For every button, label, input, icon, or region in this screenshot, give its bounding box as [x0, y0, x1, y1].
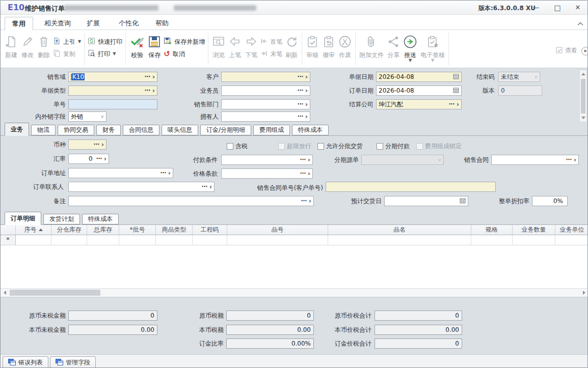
exchange-rate-field[interactable]: 0 ⋯ › [68, 154, 109, 164]
grid-cell[interactable] [555, 235, 588, 245]
tab-order-detail[interactable]: 订单明细 [5, 212, 41, 225]
save-and-new-button[interactable]: 保存并新增 [163, 36, 206, 48]
audit-button[interactable]: 审核 [304, 31, 320, 60]
scroll-right-icon[interactable] [583, 291, 585, 295]
grid-cell[interactable] [328, 235, 471, 245]
tab-fee-composition[interactable]: 费用组成 [253, 125, 290, 135]
currency-field[interactable]: ⋯ › [68, 139, 106, 150]
expected-delivery-field[interactable] [384, 196, 468, 206]
col-header-warehouse-stock[interactable]: 分仓库存 [51, 225, 87, 235]
next-record-button[interactable]: 下笔 [243, 31, 259, 60]
tab-deposit-installment[interactable]: 订金/分期明细 [200, 125, 251, 135]
scroll-up-icon[interactable] [581, 73, 585, 75]
open-record-icon[interactable]: › [305, 87, 308, 94]
tax-included-checkbox[interactable]: 含税 [227, 143, 248, 150]
cancel-button[interactable]: ↺ 取消 [163, 48, 206, 60]
open-record-icon[interactable]: › [574, 156, 576, 163]
browse-button[interactable]: 浏览 [210, 31, 227, 60]
menu-tab-personalize[interactable]: 个性化 [112, 17, 146, 30]
contract-no-field[interactable] [326, 182, 496, 192]
quick-print-button[interactable]: 快速打印 [87, 36, 123, 48]
first-record-button[interactable]: 首笔 [259, 36, 283, 48]
grid-new-row[interactable]: * [1, 235, 588, 245]
tab-special-cost[interactable]: 特殊成本 [292, 125, 329, 135]
copy-button[interactable]: 复制 [52, 48, 82, 60]
combo-arrow-icon[interactable]: ∨ [100, 114, 104, 119]
col-header-biz-qty[interactable]: 业务数量 [513, 225, 555, 235]
col-header-spec[interactable]: 规格 [471, 225, 513, 235]
pull-up-button[interactable]: 上引 ▼ [52, 36, 82, 48]
unaudit-button[interactable]: 撤审 [320, 31, 337, 60]
error-list-tab[interactable]: 错误列表 [3, 356, 48, 368]
col-header-biz-unit[interactable]: 业务单位 [555, 225, 588, 235]
management-fields-tab[interactable]: 管理字段 [50, 356, 96, 368]
header-vertical-scrollbar[interactable] [579, 70, 587, 122]
ellipsis-icon[interactable]: ⋯ [298, 102, 303, 107]
ellipsis-icon[interactable]: ⋯ [145, 88, 150, 93]
open-record-icon[interactable]: › [209, 183, 212, 190]
modify-button[interactable]: 修改 [19, 31, 36, 60]
col-header-product-type[interactable]: 商品类型 [156, 225, 193, 235]
in-out-field-combo[interactable]: 外销 ∨ [68, 111, 106, 122]
doc-no-field[interactable] [68, 99, 157, 109]
grid-cell[interactable] [471, 235, 513, 245]
ellipsis-icon[interactable]: ⋯ [298, 74, 303, 79]
refresh-button[interactable]: 刷新 [283, 31, 300, 60]
void-button[interactable]: 作废 [337, 31, 353, 60]
tab-contract-info[interactable]: 合同信息 [123, 125, 159, 135]
open-record-icon[interactable]: › [152, 87, 155, 94]
open-record-icon[interactable]: › [104, 155, 106, 162]
menu-tab-extend[interactable]: 扩展 [79, 17, 107, 30]
customer-field[interactable]: ⋯ › [221, 72, 310, 82]
ellipsis-icon[interactable]: ⋯ [298, 88, 303, 93]
grid-cell[interactable] [227, 235, 328, 245]
grid-cell[interactable] [193, 235, 227, 245]
sales-contract-field[interactable]: ⋯ › [491, 155, 579, 165]
row-selector-header[interactable] [1, 225, 16, 235]
menu-tab-common[interactable]: 常用 [5, 17, 33, 31]
allow-partial-delivery-checkbox[interactable]: 允许分批交货 [317, 143, 363, 150]
tab-finance[interactable]: 财务 [96, 125, 121, 135]
tab-collab-trade[interactable]: 协同交易 [58, 125, 94, 135]
ellipsis-icon[interactable]: ⋯ [96, 156, 102, 161]
ellipsis-icon[interactable]: ⋯ [566, 157, 572, 162]
menu-tab-help[interactable]: 帮助 [148, 17, 176, 30]
menu-tab-related-query[interactable]: 相关查询 [37, 17, 78, 30]
open-record-icon[interactable]: › [305, 113, 308, 120]
calendar-icon[interactable] [460, 197, 466, 205]
horizontal-scroll-thumb[interactable] [10, 290, 100, 296]
grid-cell[interactable] [16, 235, 51, 245]
ellipsis-icon[interactable]: ⋯ [449, 102, 455, 107]
esign-button[interactable]: e 电子签核 ▼ [419, 31, 446, 64]
new-button[interactable]: 新建 [3, 31, 19, 60]
grid-cell[interactable] [87, 235, 119, 245]
order-discount-field[interactable]: 0% [532, 196, 568, 206]
validate-button[interactable]: 校验 [128, 31, 146, 60]
ellipsis-icon[interactable]: ⋯ [301, 199, 307, 204]
owner-field[interactable]: ⋯ › [221, 111, 310, 122]
open-record-icon[interactable]: › [152, 73, 155, 80]
tab-special-cost-grid[interactable]: 特殊成本 [82, 214, 119, 224]
salesman-field[interactable]: ⋯ › [221, 86, 310, 96]
col-header-project-code[interactable]: 工程码 [193, 225, 227, 235]
last-record-button[interactable]: 末笔 [259, 48, 283, 60]
open-record-icon[interactable]: › [308, 170, 310, 177]
version-field[interactable]: 0 [498, 86, 542, 96]
prev-record-button[interactable]: 上笔 [227, 31, 243, 60]
order-contact-field[interactable]: ⋯ › [68, 182, 215, 192]
open-record-icon[interactable]: › [457, 101, 459, 108]
ellipsis-icon[interactable]: ⋯ [94, 142, 99, 147]
tab-logistics[interactable]: 物流 [31, 125, 56, 135]
col-header-total-stock[interactable]: 总库存 [87, 225, 119, 235]
ellipsis-icon[interactable]: ⋯ [300, 171, 306, 176]
col-header-item-name[interactable]: 品名 [328, 225, 471, 235]
vertical-scroll-thumb[interactable] [581, 79, 585, 114]
scroll-down-icon[interactable] [581, 117, 585, 119]
over-limit-release-checkbox[interactable]: 超限放行 [278, 143, 311, 150]
grid-cell[interactable] [156, 235, 193, 245]
tab-business[interactable]: 业务 [5, 123, 29, 136]
col-header-item-no[interactable]: 品号 [227, 225, 328, 235]
grid-cell[interactable] [513, 235, 555, 245]
col-header-batch-no[interactable]: *批号 [119, 225, 156, 235]
doc-type-field[interactable]: ⋯ › [68, 86, 157, 96]
